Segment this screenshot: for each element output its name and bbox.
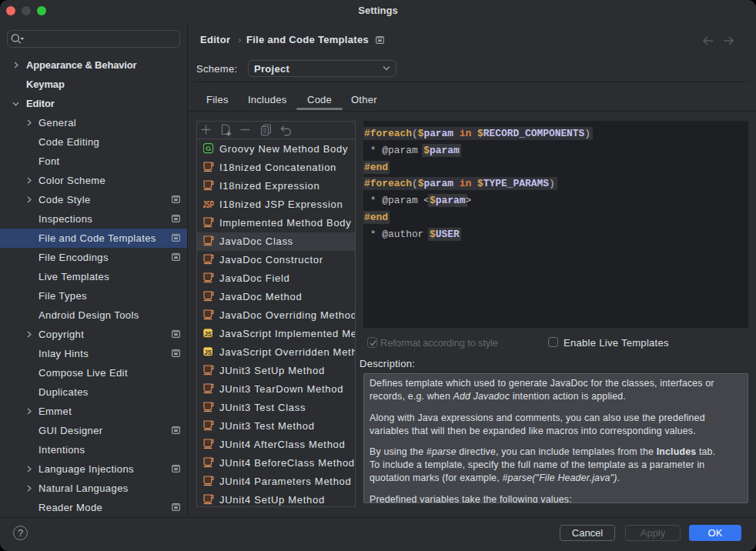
svg-text:JSP: JSP bbox=[203, 199, 214, 209]
svg-text:JS: JS bbox=[205, 329, 212, 338]
svg-text:JS: JS bbox=[205, 348, 212, 356]
svg-text:G: G bbox=[206, 144, 211, 152]
